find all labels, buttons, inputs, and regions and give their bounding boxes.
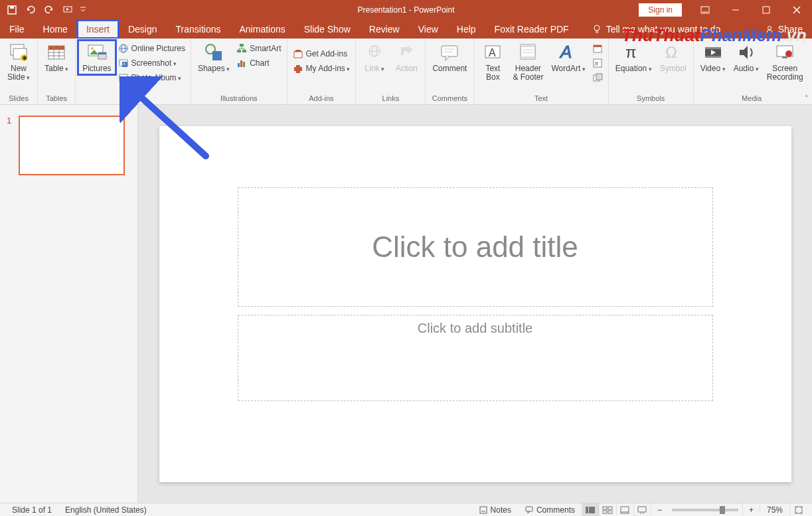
- my-addins-button[interactable]: My Add-ins: [290, 62, 353, 75]
- object-button[interactable]: [590, 71, 606, 84]
- zoom-level-label[interactable]: 75%: [760, 505, 789, 515]
- tab-slideshow[interactable]: Slide Show: [295, 20, 360, 39]
- slideshow-view-icon[interactable]: [633, 503, 651, 517]
- tab-transitions[interactable]: Transitions: [167, 20, 230, 39]
- group-slides-label: Slides: [3, 93, 35, 104]
- video-label: Video: [700, 64, 726, 74]
- header-footer-icon: [517, 42, 538, 63]
- close-icon[interactable]: [781, 0, 812, 20]
- video-button[interactable]: Video: [696, 41, 730, 75]
- svg-rect-67: [596, 74, 602, 80]
- sign-in-button[interactable]: Sign in: [639, 3, 682, 17]
- photo-album-button[interactable]: Photo Album: [116, 71, 188, 84]
- language-label[interactable]: English (United States): [58, 505, 153, 515]
- link-button[interactable]: Link: [359, 41, 390, 75]
- title-placeholder[interactable]: Click to add title: [238, 187, 713, 307]
- screenshot-button[interactable]: + Screenshot: [116, 56, 188, 70]
- slide-sorter-view-icon[interactable]: [599, 503, 616, 517]
- get-addins-button[interactable]: Get Add-ins: [290, 47, 353, 60]
- header-footer-button[interactable]: Header & Footer: [509, 41, 547, 83]
- group-slides: ✱ New Slide Slides: [0, 39, 38, 104]
- tell-me-search[interactable]: Tell me what you want to do: [592, 20, 721, 39]
- screen-recording-button[interactable]: Screen Recording: [763, 41, 807, 83]
- zoom-in-button[interactable]: +: [742, 503, 760, 517]
- group-comments-label: Comments: [428, 93, 471, 104]
- zoom-slider[interactable]: [672, 509, 738, 511]
- smartart-button[interactable]: SmartArt: [234, 42, 284, 55]
- table-button[interactable]: Table: [41, 41, 72, 75]
- comments-button[interactable]: Comments: [518, 505, 582, 515]
- fit-to-window-icon[interactable]: [789, 503, 807, 517]
- comment-icon: [439, 42, 460, 63]
- zoom-slider-thumb[interactable]: [720, 506, 725, 514]
- svg-rect-81: [589, 507, 595, 513]
- group-addins-label: Add-ins: [290, 93, 353, 104]
- thumbnail-preview[interactable]: [19, 116, 125, 175]
- qat-customize-icon[interactable]: [78, 2, 88, 18]
- undo-icon[interactable]: [23, 2, 39, 18]
- zoom-out-button[interactable]: −: [651, 503, 668, 517]
- subtitle-placeholder[interactable]: Click to add subtitle: [238, 315, 713, 401]
- shapes-button[interactable]: Shapes: [194, 41, 234, 75]
- svg-text:#: #: [595, 60, 598, 67]
- slide-canvas[interactable]: Click to add title Click to add subtitle: [159, 126, 791, 482]
- tab-view[interactable]: View: [409, 20, 447, 39]
- wordart-button[interactable]: A WordArt: [547, 41, 589, 75]
- symbol-button[interactable]: Ω Symbol: [656, 41, 690, 74]
- photo-album-icon: [118, 72, 129, 83]
- new-slide-button[interactable]: ✱ New Slide: [3, 41, 35, 84]
- audio-button[interactable]: Audio: [730, 41, 763, 75]
- svg-text:A: A: [489, 47, 496, 58]
- ribbon-display-options-icon[interactable]: [690, 0, 720, 20]
- pictures-button[interactable]: Pictures: [78, 41, 115, 74]
- svg-rect-46: [243, 62, 245, 67]
- comments-icon: [525, 505, 534, 515]
- date-time-button[interactable]: [590, 42, 606, 55]
- equation-button[interactable]: π Equation: [611, 41, 656, 75]
- svg-rect-83: [608, 507, 612, 509]
- svg-rect-88: [638, 507, 646, 512]
- minimize-icon[interactable]: [720, 0, 751, 20]
- svg-point-12: [768, 27, 771, 30]
- tab-foxit[interactable]: Foxit Reader PDF: [485, 20, 578, 39]
- tab-help[interactable]: Help: [447, 20, 485, 39]
- tab-file[interactable]: File: [0, 20, 34, 39]
- text-box-button[interactable]: A Text Box: [477, 41, 509, 83]
- save-icon[interactable]: [4, 2, 20, 18]
- collapse-ribbon-icon[interactable]: ˄: [805, 94, 808, 102]
- maximize-icon[interactable]: [751, 0, 781, 20]
- svg-rect-38: [237, 50, 241, 52]
- equation-label: Equation: [615, 64, 652, 74]
- tab-review[interactable]: Review: [360, 20, 409, 39]
- online-pictures-icon: [118, 43, 129, 54]
- online-pictures-button[interactable]: Online Pictures: [116, 42, 188, 55]
- tab-animations[interactable]: Animations: [230, 20, 294, 39]
- slide-count-label[interactable]: Slide 1 of 1: [5, 505, 58, 515]
- tab-design[interactable]: Design: [119, 20, 167, 39]
- chart-button[interactable]: Chart: [234, 56, 284, 70]
- svg-rect-63: [594, 45, 602, 47]
- slide-number-button[interactable]: #: [590, 56, 606, 70]
- comment-button[interactable]: Comment: [428, 41, 471, 74]
- start-from-beginning-icon[interactable]: [60, 2, 76, 18]
- tab-home[interactable]: Home: [34, 20, 77, 39]
- tab-insert[interactable]: Insert: [77, 20, 119, 39]
- symbol-label: Symbol: [660, 64, 687, 73]
- redo-icon[interactable]: [41, 2, 57, 18]
- notes-button[interactable]: Notes: [472, 505, 518, 515]
- smartart-icon: [236, 43, 247, 54]
- share-button[interactable]: Share: [756, 20, 812, 39]
- group-addins: Get Add-ins My Add-ins Add-ins: [287, 39, 357, 104]
- link-icon: [364, 42, 385, 63]
- svg-text:π: π: [625, 43, 637, 61]
- svg-rect-18: [48, 46, 64, 50]
- reading-view-icon[interactable]: [616, 503, 633, 517]
- action-button[interactable]: Action: [390, 41, 422, 74]
- screenshot-icon: +: [118, 58, 129, 68]
- normal-view-icon[interactable]: [582, 503, 599, 517]
- slide-edit-pane[interactable]: Click to add title Click to add subtitle: [138, 105, 812, 503]
- status-bar: Slide 1 of 1 English (United States) Not…: [0, 503, 812, 516]
- slide-thumbnails-pane[interactable]: 1: [0, 105, 138, 503]
- slide-number-icon: #: [592, 58, 603, 68]
- thumbnail-item[interactable]: 1: [7, 116, 131, 175]
